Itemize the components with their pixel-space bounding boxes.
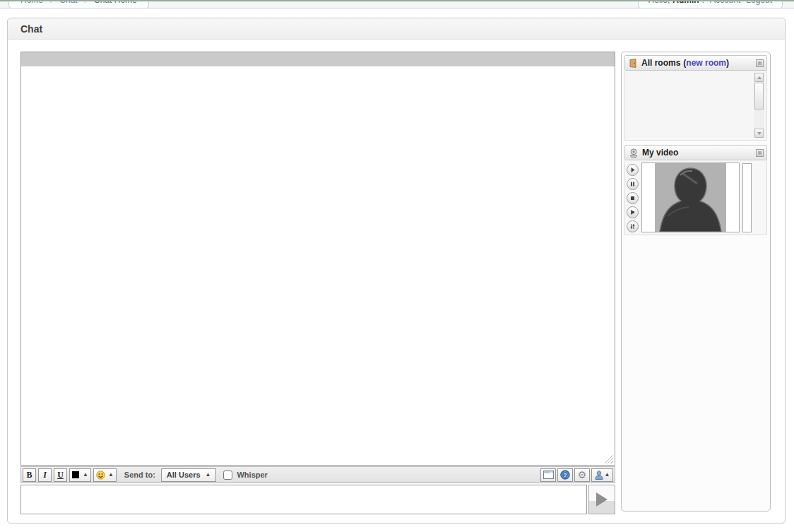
user-status-icon [595, 471, 603, 480]
italic-button[interactable]: I [38, 468, 52, 482]
video-panel-title: My video [642, 148, 678, 158]
stop-icon [629, 195, 636, 201]
message-input[interactable] [20, 485, 587, 514]
collapse-video-button[interactable] [756, 149, 764, 157]
smiley-icon [96, 471, 105, 480]
rooms-list[interactable] [624, 71, 767, 141]
collapse-icon [758, 151, 762, 155]
pause-button[interactable] [627, 178, 639, 190]
send-to-value: All Users [167, 471, 201, 479]
bold-button[interactable]: B [23, 468, 36, 482]
avatar [655, 163, 726, 232]
send-to-label: Send to: [124, 471, 155, 479]
popout-window-icon [543, 471, 554, 479]
play-button[interactable] [627, 164, 639, 176]
underline-button[interactable]: U [54, 468, 67, 482]
door-icon [629, 59, 638, 68]
whisper-label: Whisper [237, 471, 267, 479]
video-player [624, 160, 767, 235]
sidebar: All rooms (new room) [621, 52, 771, 512]
collapse-rooms-button[interactable] [756, 59, 764, 67]
help-icon: ? [560, 470, 570, 480]
video-frame [641, 162, 740, 232]
avatar-silhouette [655, 163, 726, 232]
resize-handle[interactable] [604, 454, 613, 463]
mixer-icon [629, 223, 636, 230]
pause-icon [629, 181, 636, 187]
chevron-up-icon: ▲ [206, 472, 211, 478]
chevron-up-icon: ▲ [605, 472, 610, 478]
chevron-up-icon [757, 76, 762, 79]
top-navigation-bar: Home / Chat / Chat Home Hello, Admin ! A… [0, 0, 794, 8]
video-panel-header: My video [624, 145, 767, 160]
play-icon [629, 167, 636, 173]
chat-messages-header [21, 52, 615, 66]
top-accent-line [0, 0, 794, 1]
rooms-panel-title: All rooms [641, 58, 680, 68]
color-swatch [72, 471, 79, 478]
send-to-dropdown[interactable]: All Users ▲ [161, 468, 217, 482]
volume-slider[interactable] [742, 163, 752, 232]
collapse-icon [758, 61, 762, 65]
user-status-button[interactable]: ▲ [591, 468, 613, 482]
stop-button[interactable] [627, 192, 639, 204]
speaker-icon [629, 209, 636, 215]
chat-module: B I U ▲ ▲ Send to: All Users ▲ [20, 52, 615, 514]
chevron-up-icon: ▲ [108, 472, 114, 478]
whisper-checkbox[interactable] [223, 471, 232, 480]
video-panel: My video [624, 145, 767, 235]
rooms-panel: All rooms (new room) [624, 55, 767, 141]
mute-button[interactable] [627, 206, 639, 218]
toolbar-right-icons: ? ⚙ ▲ [540, 468, 613, 482]
text-color-button[interactable]: ▲ [69, 468, 91, 482]
emoticon-button[interactable]: ▲ [93, 468, 117, 482]
chevron-down-icon [757, 132, 762, 135]
scroll-up-button[interactable] [754, 73, 764, 82]
webcam-icon [629, 148, 639, 158]
rooms-scrollbar[interactable] [754, 73, 764, 138]
send-arrow-icon [596, 492, 608, 507]
scrollbar-thumb[interactable] [754, 83, 764, 110]
message-input-row [20, 485, 615, 514]
rooms-panel-header: All rooms (new room) [624, 55, 767, 71]
svg-text:?: ? [564, 472, 567, 478]
video-controls [627, 162, 641, 232]
chat-messages-area[interactable] [20, 52, 615, 466]
gear-icon: ⚙ [578, 470, 587, 480]
popout-window-button[interactable] [540, 468, 556, 482]
video-settings-button[interactable] [627, 220, 639, 232]
new-room-link[interactable]: new room [686, 58, 726, 68]
main-panel: Chat B I U ▲ ▲ Send to: [7, 18, 786, 524]
paren-close: ) [726, 58, 729, 68]
new-room-wrapper: (new room) [683, 58, 729, 68]
settings-button[interactable]: ⚙ [574, 468, 590, 482]
page-title: Chat [8, 18, 785, 40]
scroll-down-button[interactable] [754, 129, 764, 138]
chat-toolbar: B I U ▲ ▲ Send to: All Users ▲ [20, 466, 615, 483]
help-button[interactable]: ? [557, 468, 573, 482]
chevron-up-icon: ▲ [83, 472, 88, 478]
send-button[interactable] [588, 485, 615, 514]
